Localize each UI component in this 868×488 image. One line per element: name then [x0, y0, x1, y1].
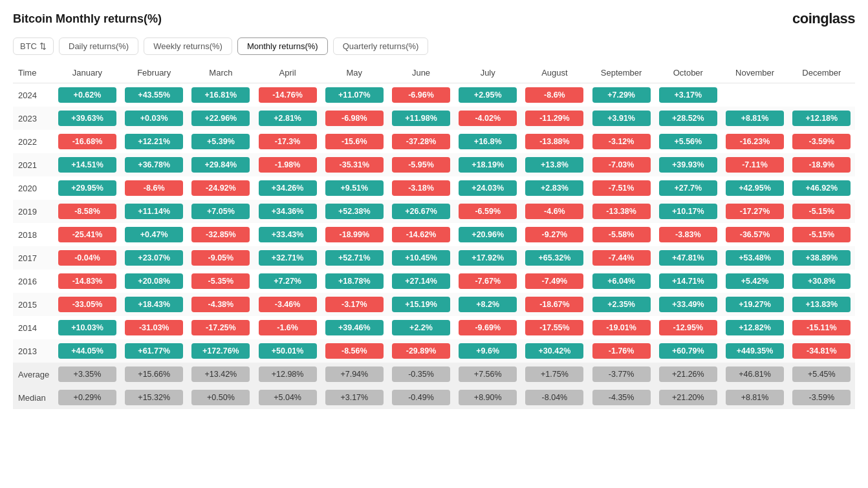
- cell-march: -17.25%: [188, 316, 254, 339]
- cell-november: +53.48%: [721, 246, 788, 270]
- cell-july: -9.69%: [455, 316, 521, 339]
- table-row: 2015-33.05%+18.43%-4.38%-3.46%-3.17%+15.…: [13, 293, 855, 316]
- cell-october: -12.95%: [655, 316, 721, 339]
- cell-january: -25.41%: [54, 223, 120, 246]
- cell-december: —: [788, 83, 855, 107]
- cell-september: -3.12%: [588, 130, 655, 153]
- cell-march: +16.81%: [188, 83, 254, 107]
- cell-february: +61.77%: [121, 339, 188, 363]
- avg-cell: +13.42%: [188, 363, 254, 386]
- daily-returns-button[interactable]: Daily returns(%): [59, 37, 138, 55]
- cell-july: +18.19%: [455, 153, 521, 176]
- cell-may: -18.99%: [321, 223, 387, 246]
- avg-cell: +7.94%: [321, 363, 387, 386]
- cell-january: -33.05%: [54, 293, 120, 316]
- table-row: 2017-0.04%+23.07%-9.05%+32.71%+52.71%+10…: [13, 246, 855, 270]
- cell-june: +26.67%: [387, 200, 454, 223]
- col-september: September: [588, 63, 655, 83]
- cell-april: -1.98%: [254, 153, 321, 176]
- year-cell: 2018: [13, 223, 54, 246]
- cell-april: +34.26%: [254, 176, 321, 200]
- cell-june: -5.95%: [387, 153, 454, 176]
- col-august: August: [521, 63, 588, 83]
- cell-august: -4.6%: [521, 200, 588, 223]
- cell-march: -24.92%: [188, 176, 254, 200]
- cell-april: +7.27%: [254, 270, 321, 293]
- cell-february: +23.07%: [121, 246, 188, 270]
- cell-may: -15.6%: [321, 130, 387, 153]
- median-cell: +0.29%: [54, 386, 120, 409]
- cell-august: +13.8%: [521, 153, 588, 176]
- cell-june: +10.45%: [387, 246, 454, 270]
- cell-march: +5.39%: [188, 130, 254, 153]
- cell-july: +20.96%: [455, 223, 521, 246]
- table-row: 2022-16.68%+12.21%+5.39%-17.3%-15.6%-37.…: [13, 130, 855, 153]
- col-july: July: [455, 63, 521, 83]
- median-cell: -8.04%: [521, 386, 588, 409]
- cell-august: +30.42%: [521, 339, 588, 363]
- avg-cell: +12.98%: [254, 363, 321, 386]
- cell-january: -16.68%: [54, 130, 120, 153]
- cell-january: -14.83%: [54, 270, 120, 293]
- cell-june: +11.98%: [387, 107, 454, 130]
- cell-august: -13.88%: [521, 130, 588, 153]
- cell-may: +9.51%: [321, 176, 387, 200]
- cell-november: +5.42%: [721, 270, 788, 293]
- cell-march: -5.35%: [188, 270, 254, 293]
- average-row: Average+3.35%+15.66%+13.42%+12.98%+7.94%…: [13, 363, 855, 386]
- cell-july: +8.2%: [455, 293, 521, 316]
- cell-october: -3.83%: [655, 223, 721, 246]
- cell-november: -17.27%: [721, 200, 788, 223]
- cell-june: +2.2%: [387, 316, 454, 339]
- cell-july: +2.95%: [455, 83, 521, 107]
- year-cell: 2019: [13, 200, 54, 223]
- avg-cell: +5.45%: [788, 363, 855, 386]
- cell-april: -17.3%: [254, 130, 321, 153]
- cell-march: +29.84%: [188, 153, 254, 176]
- cell-september: -1.76%: [588, 339, 655, 363]
- median-cell: -3.59%: [788, 386, 855, 409]
- cell-october: +27.7%: [655, 176, 721, 200]
- year-cell: 2024: [13, 83, 54, 107]
- year-cell: 2016: [13, 270, 54, 293]
- col-march: March: [188, 63, 254, 83]
- cell-november: +19.27%: [721, 293, 788, 316]
- cell-march: +172.76%: [188, 339, 254, 363]
- cell-february: +36.78%: [121, 153, 188, 176]
- cell-february: +18.43%: [121, 293, 188, 316]
- median-cell: +5.04%: [254, 386, 321, 409]
- monthly-returns-button[interactable]: Monthly returns(%): [237, 37, 328, 55]
- cell-february: -8.6%: [121, 176, 188, 200]
- year-cell: 2014: [13, 316, 54, 339]
- cell-september: -5.58%: [588, 223, 655, 246]
- col-january: January: [54, 63, 120, 83]
- cell-october: +47.81%: [655, 246, 721, 270]
- cell-december: +13.83%: [788, 293, 855, 316]
- median-label: Median: [13, 386, 54, 409]
- quarterly-returns-button[interactable]: Quarterly returns(%): [333, 37, 429, 55]
- cell-may: -3.17%: [321, 293, 387, 316]
- cell-may: +39.46%: [321, 316, 387, 339]
- cell-september: +6.04%: [588, 270, 655, 293]
- col-may: May: [321, 63, 387, 83]
- cell-may: +52.71%: [321, 246, 387, 270]
- cell-november: +12.82%: [721, 316, 788, 339]
- cell-april: +32.71%: [254, 246, 321, 270]
- cell-october: +28.52%: [655, 107, 721, 130]
- median-cell: +3.17%: [321, 386, 387, 409]
- year-cell: 2015: [13, 293, 54, 316]
- asset-selector[interactable]: BTC ⇅: [13, 37, 54, 55]
- cell-november: +449.35%: [721, 339, 788, 363]
- cell-april: -14.76%: [254, 83, 321, 107]
- cell-january: +29.95%: [54, 176, 120, 200]
- cell-august: -7.49%: [521, 270, 588, 293]
- weekly-returns-button[interactable]: Weekly returns(%): [144, 37, 232, 55]
- cell-january: -0.04%: [54, 246, 120, 270]
- cell-october: +33.49%: [655, 293, 721, 316]
- cell-october: +60.79%: [655, 339, 721, 363]
- median-cell: +15.32%: [121, 386, 188, 409]
- col-november: November: [721, 63, 788, 83]
- year-cell: 2017: [13, 246, 54, 270]
- cell-march: +7.05%: [188, 200, 254, 223]
- cell-december: -34.81%: [788, 339, 855, 363]
